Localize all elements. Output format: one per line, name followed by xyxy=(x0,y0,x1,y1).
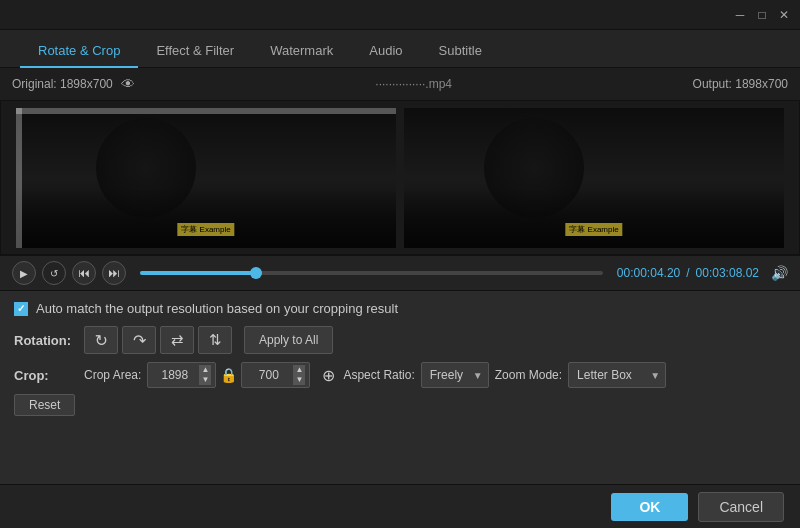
flip-v-button[interactable]: ⇅ xyxy=(198,326,232,354)
crop-handle-left[interactable] xyxy=(16,108,22,248)
minimize-button[interactable]: ─ xyxy=(732,7,748,23)
crop-label: Crop: xyxy=(14,368,84,383)
volume-icon[interactable]: 🔊 xyxy=(771,265,788,281)
auto-match-row: ✓ Auto match the output resolution based… xyxy=(14,301,786,316)
skip-back-button[interactable]: ⏮ xyxy=(72,261,96,285)
preview-right: 字幕 Example xyxy=(404,108,784,248)
checkbox-check-icon: ✓ xyxy=(17,303,25,314)
tab-effect-filter[interactable]: Effect & Filter xyxy=(138,35,252,68)
crop-height-down[interactable]: ▼ xyxy=(293,375,305,385)
info-bar: Original: 1898x700 👁 ···············.mp4… xyxy=(0,68,800,100)
close-button[interactable]: ✕ xyxy=(776,7,792,23)
time-current: 00:00:04.20 xyxy=(617,266,680,280)
aspect-ratio-select[interactable]: Freely 16:9 4:3 1:1 9:16 xyxy=(421,362,489,388)
maximize-button[interactable]: □ xyxy=(754,7,770,23)
left-subtitle: 字幕 Example xyxy=(177,223,234,236)
title-bar: ─ □ ✕ xyxy=(0,0,800,30)
crop-width-up[interactable]: ▲ xyxy=(199,365,211,375)
tab-subtitle[interactable]: Subtitle xyxy=(421,35,500,68)
zoom-mode-label: Zoom Mode: xyxy=(495,368,562,382)
cancel-button[interactable]: Cancel xyxy=(698,492,784,522)
tabs-bar: Rotate & Crop Effect & Filter Watermark … xyxy=(0,30,800,68)
crop-area-label: Crop Area: xyxy=(84,368,141,382)
crop-row: Crop: Crop Area: ▲ ▼ 🔒 ▲ ▼ ⊕ Aspect Rati… xyxy=(14,362,786,388)
auto-match-label: Auto match the output resolution based o… xyxy=(36,301,398,316)
apply-to-all-button[interactable]: Apply to All xyxy=(244,326,333,354)
auto-match-checkbox[interactable]: ✓ xyxy=(14,302,28,316)
controls-area: ✓ Auto match the output resolution based… xyxy=(0,291,800,422)
skip-fwd-button[interactable]: ⏭ xyxy=(102,261,126,285)
crop-height-up[interactable]: ▲ xyxy=(293,365,305,375)
crop-width-down[interactable]: ▼ xyxy=(199,375,211,385)
bottom-bar: OK Cancel xyxy=(0,484,800,528)
reset-row: Reset xyxy=(14,394,786,416)
aspect-ratio-select-wrap: Freely 16:9 4:3 1:1 9:16 ▼ xyxy=(421,362,489,388)
crop-width-input[interactable] xyxy=(152,368,197,382)
rotate-ccw-button[interactable]: ↺ xyxy=(84,326,118,354)
progress-thumb[interactable] xyxy=(250,267,262,279)
flip-v-icon: ⇅ xyxy=(209,331,222,349)
time-total: 00:03:08.02 xyxy=(696,266,759,280)
crop-width-spinners: ▲ ▼ xyxy=(199,365,211,385)
skip-fwd-icon: ⏭ xyxy=(108,266,120,280)
original-resolution: Original: 1898x700 xyxy=(12,77,113,91)
crop-width-wrap: ▲ ▼ xyxy=(147,362,216,388)
crop-center-icon[interactable]: ⊕ xyxy=(322,366,335,385)
rotate-cw-button[interactable]: ↷ xyxy=(122,326,156,354)
zoom-mode-select-wrap: Letter Box Pan & Scan Full ▼ xyxy=(568,362,666,388)
rotation-label: Rotation: xyxy=(14,333,84,348)
filename-label: ···············.mp4 xyxy=(375,77,452,91)
tab-rotate-crop[interactable]: Rotate & Crop xyxy=(20,35,138,68)
output-resolution: Output: 1898x700 xyxy=(693,77,788,91)
rotation-buttons: ↺ ↷ ⇄ ⇅ Apply to All xyxy=(84,326,333,354)
flip-h-icon: ⇄ xyxy=(171,331,184,349)
rotation-row: Rotation: ↺ ↷ ⇄ ⇅ Apply to All xyxy=(14,326,786,354)
tab-audio[interactable]: Audio xyxy=(351,35,420,68)
time-separator: / xyxy=(686,266,689,280)
progress-fill xyxy=(140,271,256,275)
rotate-cw-icon: ↷ xyxy=(133,331,146,350)
aspect-ratio-label: Aspect Ratio: xyxy=(343,368,414,382)
tab-watermark[interactable]: Watermark xyxy=(252,35,351,68)
crop-height-wrap: ▲ ▼ xyxy=(241,362,310,388)
eye-icon[interactable]: 👁 xyxy=(121,76,135,92)
ok-button[interactable]: OK xyxy=(611,493,688,521)
zoom-mode-select[interactable]: Letter Box Pan & Scan Full xyxy=(568,362,666,388)
play-button[interactable]: ▶ xyxy=(12,261,36,285)
crop-handle-top[interactable] xyxy=(16,108,396,114)
flip-h-button[interactable]: ⇄ xyxy=(160,326,194,354)
progress-track[interactable] xyxy=(140,271,603,275)
transport-bar: ▶ ↺ ⏮ ⏭ 00:00:04.20 / 00:03:08.02 🔊 xyxy=(0,255,800,291)
rotate-ccw-icon: ↺ xyxy=(95,331,108,350)
reset-button[interactable]: Reset xyxy=(14,394,75,416)
lock-icon[interactable]: 🔒 xyxy=(220,367,237,383)
preview-area: 字幕 Example 字幕 Example xyxy=(0,100,800,255)
crop-height-input[interactable] xyxy=(246,368,291,382)
skip-back-icon: ⏮ xyxy=(78,266,90,280)
preview-left: 字幕 Example xyxy=(16,108,396,248)
right-subtitle: 字幕 Example xyxy=(565,223,622,236)
loop-button[interactable]: ↺ xyxy=(42,261,66,285)
crop-height-spinners: ▲ ▼ xyxy=(293,365,305,385)
